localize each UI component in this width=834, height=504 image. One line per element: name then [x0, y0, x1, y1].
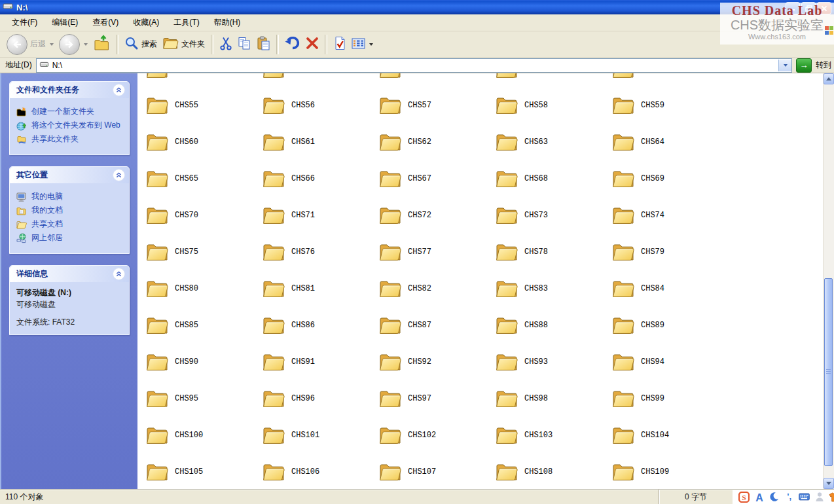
views-dropdown-icon[interactable]: [369, 43, 373, 46]
folder-item[interactable]: CHS56: [262, 87, 378, 124]
views-button[interactable]: [349, 36, 376, 53]
menu-item[interactable]: 工具(T): [167, 15, 206, 30]
up-button[interactable]: [90, 33, 113, 55]
go-label[interactable]: 转到: [816, 60, 831, 71]
back-button[interactable]: 后退: [4, 33, 56, 56]
menu-item[interactable]: 收藏(A): [126, 15, 166, 30]
details-panel-header[interactable]: 详细信息: [10, 266, 129, 282]
folder-item[interactable]: CHS79: [611, 234, 728, 270]
folder-item[interactable]: CHS94: [611, 344, 728, 380]
folder-item[interactable]: CHS103: [495, 417, 611, 454]
partial-folder-icon[interactable]: [262, 73, 378, 80]
folder-item[interactable]: CHS85: [145, 307, 262, 344]
folder-item[interactable]: CHS98: [495, 380, 611, 417]
vertical-scrollbar[interactable]: [823, 73, 834, 489]
partial-folder-icon[interactable]: [378, 73, 495, 80]
task-link[interactable]: 创建一个新文件夹: [16, 107, 125, 117]
folder-item[interactable]: CHS59: [611, 87, 728, 124]
folder-item[interactable]: CHS66: [262, 160, 378, 197]
folder-item[interactable]: CHS99: [611, 380, 728, 417]
folder-item[interactable]: CHS55: [145, 87, 262, 124]
folder-item[interactable]: CHS61: [262, 124, 378, 160]
collapse-chevron-icon[interactable]: [113, 169, 125, 181]
forward-dropdown-icon[interactable]: [84, 43, 88, 46]
moon-icon[interactable]: [769, 492, 780, 503]
folder-item[interactable]: CHS83: [495, 270, 611, 307]
folder-item[interactable]: CHS90: [145, 344, 262, 380]
folder-item[interactable]: CHS97: [378, 380, 495, 417]
go-button[interactable]: →: [796, 58, 812, 73]
scrollbar-thumb[interactable]: [824, 278, 833, 466]
folder-item[interactable]: CHS80: [145, 270, 262, 307]
folder-item[interactable]: CHS76: [262, 234, 378, 270]
folder-item[interactable]: CHS74: [611, 197, 728, 234]
collapse-chevron-icon[interactable]: [113, 84, 125, 96]
folder-item[interactable]: CHS107: [378, 454, 495, 489]
menu-item[interactable]: 编辑(E): [45, 15, 84, 30]
delete-button[interactable]: [303, 35, 321, 53]
folder-item[interactable]: CHS91: [262, 344, 378, 380]
folder-item[interactable]: CHS68: [495, 160, 611, 197]
menu-item[interactable]: 帮助(H): [208, 15, 247, 30]
address-input[interactable]: [52, 60, 775, 71]
menu-item[interactable]: 查看(V): [86, 15, 125, 30]
menu-item[interactable]: 文件(F): [5, 15, 44, 30]
task-link[interactable]: 将这个文件夹发布到 Web: [16, 120, 125, 131]
folder-item[interactable]: CHS84: [611, 270, 728, 307]
folder-item[interactable]: CHS77: [378, 234, 495, 270]
folder-item[interactable]: CHS60: [145, 124, 262, 160]
scroll-up-button[interactable]: [824, 73, 834, 84]
partial-folder-icon[interactable]: [611, 73, 728, 80]
letter-a-icon[interactable]: A: [753, 492, 765, 503]
folder-item[interactable]: CHS93: [495, 344, 611, 380]
punctuation-icon[interactable]: ’,: [784, 492, 795, 503]
copy-button[interactable]: [235, 35, 254, 54]
folder-item[interactable]: CHS108: [495, 454, 611, 489]
undo-button[interactable]: [282, 35, 303, 54]
folder-item[interactable]: CHS57: [378, 87, 495, 124]
keyboard-icon[interactable]: [799, 492, 810, 503]
place-link[interactable]: 共享文档: [16, 219, 125, 230]
address-dropdown-icon[interactable]: [778, 60, 791, 71]
place-link[interactable]: 网上邻居: [16, 233, 125, 243]
search-button[interactable]: 搜索: [122, 35, 160, 54]
folder-item[interactable]: CHS75: [145, 234, 262, 270]
task-link[interactable]: 共享此文件夹: [16, 134, 125, 145]
collapse-chevron-icon[interactable]: [113, 268, 125, 280]
folder-item[interactable]: CHS92: [378, 344, 495, 380]
folder-item[interactable]: CHS65: [145, 160, 262, 197]
properties-button[interactable]: [331, 35, 349, 54]
sogou-icon[interactable]: S: [738, 492, 750, 503]
folder-item[interactable]: CHS71: [262, 197, 378, 234]
paste-button[interactable]: [254, 35, 273, 54]
partial-folder-icon[interactable]: [145, 73, 262, 80]
folder-item[interactable]: CHS69: [611, 160, 728, 197]
scroll-down-button[interactable]: [824, 478, 834, 489]
folder-item[interactable]: CHS78: [495, 234, 611, 270]
folder-item[interactable]: CHS100: [145, 417, 262, 454]
folder-item[interactable]: CHS109: [611, 454, 728, 489]
folder-item[interactable]: CHS63: [495, 124, 611, 160]
folder-item[interactable]: CHS106: [262, 454, 378, 489]
folder-item[interactable]: CHS101: [262, 417, 378, 454]
forward-button[interactable]: [56, 33, 90, 56]
folder-item[interactable]: CHS81: [262, 270, 378, 307]
folder-item[interactable]: CHS70: [145, 197, 262, 234]
folder-item[interactable]: CHS67: [378, 160, 495, 197]
skin-icon[interactable]: [829, 492, 834, 503]
folder-item[interactable]: CHS58: [495, 87, 611, 124]
folder-item[interactable]: CHS95: [145, 380, 262, 417]
folder-item[interactable]: CHS72: [378, 197, 495, 234]
folder-item[interactable]: CHS105: [145, 454, 262, 489]
folder-item[interactable]: CHS87: [378, 307, 495, 344]
place-link[interactable]: 我的电脑: [16, 192, 125, 202]
back-dropdown-icon[interactable]: [50, 43, 54, 46]
places-panel-header[interactable]: 其它位置: [10, 167, 129, 183]
folder-item[interactable]: CHS96: [262, 380, 378, 417]
folder-item[interactable]: CHS73: [495, 197, 611, 234]
address-combo[interactable]: [36, 58, 792, 73]
folder-item[interactable]: CHS64: [611, 124, 728, 160]
folder-item[interactable]: CHS89: [611, 307, 728, 344]
folder-item[interactable]: CHS104: [611, 417, 728, 454]
folders-button[interactable]: 文件夹: [160, 35, 208, 54]
